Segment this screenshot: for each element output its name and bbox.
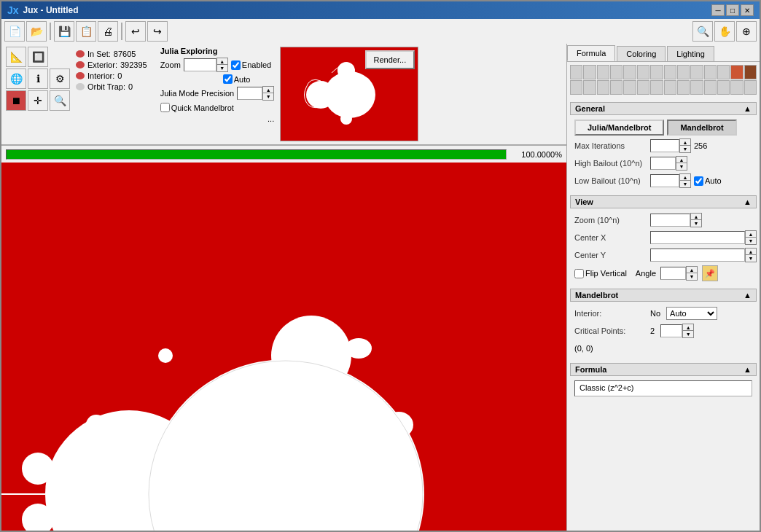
icon-cell[interactable] xyxy=(570,80,582,95)
flip-vertical-checkbox[interactable] xyxy=(574,269,584,278)
icon-cell[interactable] xyxy=(664,80,676,95)
max-iterations-input[interactable]: 256 xyxy=(650,139,679,152)
interior-select[interactable]: Auto xyxy=(666,307,717,320)
max-iter-up[interactable]: ▲ xyxy=(680,139,690,146)
low-bailout-up[interactable]: ▲ xyxy=(680,174,690,181)
tool-btn7[interactable]: ✛ xyxy=(28,90,48,111)
formula-section-header[interactable]: Formula ▲ xyxy=(570,363,757,376)
general-section-header[interactable]: General ▲ xyxy=(570,102,757,115)
icon-cell[interactable] xyxy=(583,80,596,95)
crit-up[interactable]: ▲ xyxy=(683,324,693,331)
view-zoom-up[interactable]: ▲ xyxy=(691,214,701,220)
icon-cell-red[interactable] xyxy=(744,65,757,79)
icon-cell[interactable] xyxy=(690,80,703,95)
center-x-spin[interactable]: 0.10000000000000000 ▲ ▼ xyxy=(650,230,757,245)
coloring-tab[interactable]: Coloring xyxy=(617,46,666,61)
critical-points-input[interactable]: 1 xyxy=(660,324,682,337)
low-bailout-spin[interactable]: 2.00 ▲ ▼ xyxy=(650,173,691,188)
tool-btn8[interactable]: 🔍 xyxy=(50,90,70,111)
auto-checkbox-label[interactable]: Auto xyxy=(223,74,251,84)
quick-mandelbrot-label[interactable]: Quick Mandelbrot xyxy=(160,103,234,112)
icon-cell[interactable] xyxy=(583,65,596,79)
icon-cell[interactable] xyxy=(730,80,743,95)
icon-cell[interactable] xyxy=(623,65,636,79)
icon-cell[interactable] xyxy=(637,65,649,79)
view-section-header[interactable]: View ▲ xyxy=(570,195,757,208)
angle-reset-button[interactable]: 📌 xyxy=(702,265,718,281)
mandelbrot-button[interactable]: Mandelbrot xyxy=(667,120,736,136)
zoom-up[interactable]: ▲ xyxy=(217,58,227,65)
angle-up[interactable]: ▲ xyxy=(687,267,697,273)
icon-cell[interactable] xyxy=(744,80,757,95)
center-x-up[interactable]: ▲ xyxy=(746,231,756,238)
tool-btn6[interactable]: ⏹ xyxy=(6,90,26,111)
center-y-spin[interactable]: 0.00000000000000000 ▲ ▼ xyxy=(650,248,757,262)
tool-btn2[interactable]: 🔲 xyxy=(28,47,48,67)
auto-checkbox[interactable] xyxy=(223,74,233,84)
new-button[interactable]: 📄 xyxy=(4,21,25,42)
enabled-checkbox-label[interactable]: Enabled xyxy=(231,60,271,70)
icon-cell[interactable] xyxy=(704,65,717,79)
enabled-checkbox[interactable] xyxy=(231,60,241,70)
flip-vertical-label[interactable]: Flip Vertical xyxy=(574,269,627,278)
more-link[interactable]: ... xyxy=(268,114,274,123)
icon-cell-active[interactable] xyxy=(730,65,743,79)
lighting-tab[interactable]: Lighting xyxy=(667,46,714,61)
pan-mode-button[interactable]: ✋ xyxy=(714,21,735,42)
icon-cell[interactable] xyxy=(650,80,663,95)
high-bailout-spin[interactable]: 5 ▲ ▼ xyxy=(650,156,687,171)
view-zoom-input[interactable]: 0.000 xyxy=(650,214,690,227)
mandelbrot-section-header[interactable]: Mandelbrot ▲ xyxy=(570,289,757,302)
maximize-button[interactable]: □ xyxy=(726,4,739,16)
low-bailout-auto-checkbox[interactable] xyxy=(694,176,703,186)
icon-cell[interactable] xyxy=(664,65,676,79)
center-y-down[interactable]: ▼ xyxy=(746,255,756,262)
tool-btn1[interactable]: 📐 xyxy=(6,47,26,67)
undo-button[interactable]: ↩ xyxy=(125,21,146,42)
render-button[interactable]: Render... xyxy=(365,50,415,69)
low-bailout-auto-label[interactable]: Auto xyxy=(694,176,722,186)
saveas-button[interactable]: 📋 xyxy=(76,21,96,42)
quick-mandelbrot-checkbox[interactable] xyxy=(160,103,170,112)
print-button[interactable]: 🖨 xyxy=(98,21,118,42)
center-x-input[interactable]: 0.10000000000000000 xyxy=(650,231,745,244)
open-button[interactable]: 📂 xyxy=(26,21,47,42)
close-button[interactable]: ✕ xyxy=(741,4,754,16)
tool-btn5[interactable]: ⚙ xyxy=(50,69,70,89)
max-iter-down[interactable]: ▼ xyxy=(680,146,690,152)
angle-input[interactable]: 0.0 xyxy=(660,267,686,280)
precision-up[interactable]: ▲ xyxy=(263,87,273,93)
precision-input[interactable]: 1 xyxy=(237,87,262,100)
zoom-input[interactable]: 0.00 xyxy=(184,58,216,71)
save-button[interactable]: 💾 xyxy=(54,21,74,42)
icon-cell[interactable] xyxy=(597,65,609,79)
julia-mandelbrot-button[interactable]: Julia/Mandelbrot xyxy=(574,120,664,136)
center-y-up[interactable]: ▲ xyxy=(746,249,756,255)
icon-cell[interactable] xyxy=(704,80,717,95)
icon-cell[interactable] xyxy=(677,65,690,79)
view-zoom-down[interactable]: ▼ xyxy=(691,220,701,227)
icon-cell[interactable] xyxy=(650,65,663,79)
icon-cell[interactable] xyxy=(610,65,623,79)
low-bailout-input[interactable]: 2.00 xyxy=(650,174,679,187)
zoom-mode-button[interactable]: 🔍 xyxy=(692,21,713,42)
icon-cell[interactable] xyxy=(690,65,703,79)
precision-down[interactable]: ▼ xyxy=(263,93,273,100)
redo-button[interactable]: ↪ xyxy=(147,21,168,42)
fractal-canvas[interactable] xyxy=(1,163,566,531)
select-mode-button[interactable]: ⊕ xyxy=(736,21,757,42)
tool-btn4[interactable]: ℹ xyxy=(28,69,48,89)
high-bailout-up[interactable]: ▲ xyxy=(676,157,687,163)
angle-spin[interactable]: 0.0 ▲ ▼ xyxy=(660,266,698,281)
minimize-button[interactable]: ─ xyxy=(711,4,725,16)
high-bailout-down[interactable]: ▼ xyxy=(676,163,687,170)
zoom-down[interactable]: ▼ xyxy=(217,65,227,71)
high-bailout-input[interactable]: 5 xyxy=(650,157,676,170)
critical-points-spin[interactable]: 1 ▲ ▼ xyxy=(660,324,694,338)
icon-cell[interactable] xyxy=(623,80,636,95)
max-iterations-spin[interactable]: 256 ▲ ▼ xyxy=(650,138,691,153)
low-bailout-down[interactable]: ▼ xyxy=(680,181,690,187)
view-zoom-spin[interactable]: 0.000 ▲ ▼ xyxy=(650,213,702,227)
center-x-down[interactable]: ▼ xyxy=(746,238,756,244)
icon-cell[interactable] xyxy=(677,80,690,95)
